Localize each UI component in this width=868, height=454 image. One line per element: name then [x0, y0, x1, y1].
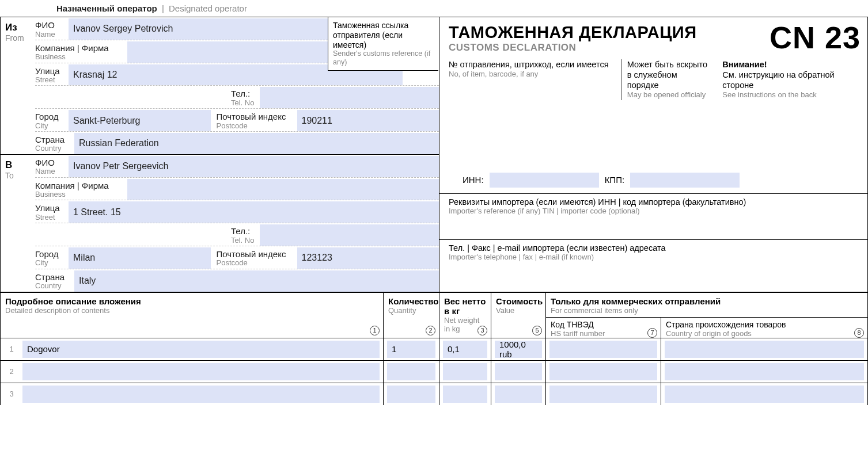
to-business-label-en: Business: [35, 190, 124, 199]
to-postcode-label-ru: Почтовый индекс: [217, 250, 294, 260]
from-country-value: Russian Federation: [74, 133, 439, 154]
to-block: В To ФИО Name Ivanov Petr Sergeevich Ком…: [1, 155, 439, 292]
may-open-en: May be opened officialy: [627, 90, 708, 100]
col-num-8: 8: [854, 328, 864, 338]
col-orig-ru: Страна происхождения товаров: [666, 320, 863, 329]
to-postcode-value: 123123: [297, 247, 439, 269]
attention-heading: Внимание!: [722, 59, 861, 70]
to-street-label-en: Street: [35, 213, 65, 222]
inn-value: [490, 173, 599, 188]
items-header-row: Подробное описание вложения Detailed des…: [1, 293, 867, 338]
row-value-value: [495, 386, 542, 403]
col-comm-ru: Только для коммерческих отправлений: [551, 296, 863, 306]
form-code: CN 23: [770, 23, 861, 52]
from-tel-value: [260, 87, 439, 108]
row-qty-value: 1: [387, 341, 435, 358]
row-desc-value: Dogovor: [22, 341, 380, 358]
col-comm-en: For commercial items only: [551, 306, 863, 315]
importer-contact-row: Тел. | Факс | e-mail импортера (если изв…: [439, 239, 867, 280]
from-postcode-label-en: Postcode: [217, 122, 294, 130]
to-tel-label-en: Tel. No: [231, 236, 256, 245]
to-city-value: Milan: [69, 247, 211, 269]
from-postcode-value: 190211: [297, 110, 439, 131]
row-origin-value: [665, 386, 864, 403]
importer-ref-row: Реквизиты импортера (если имеются) ИНН |…: [439, 193, 867, 239]
from-street-label-en: Street: [35, 76, 65, 84]
to-tel-label-ru: Тел.:: [231, 227, 256, 236]
title-en: CUSTOMS DECLARATION: [449, 42, 697, 54]
col-num-2: 2: [426, 326, 435, 335]
col-num-5: 5: [532, 326, 542, 335]
row-weight-value: [443, 386, 487, 403]
kpp-value: [630, 173, 740, 188]
from-city-label-ru: Город: [35, 112, 65, 122]
title-ru: ТАМОЖЕННАЯ ДЕКЛАРАЦИЯ: [449, 23, 697, 42]
kpp-label: КПП:: [605, 175, 624, 185]
row-qty-value: [387, 363, 435, 380]
from-name-label-ru: ФИО: [35, 21, 65, 30]
designated-operator-ru: Назначенный оператор: [56, 3, 157, 13]
to-name-label-ru: ФИО: [35, 158, 65, 168]
table-row: 2: [1, 360, 867, 383]
to-tel-value: [260, 224, 439, 246]
from-street-label-ru: Улица: [35, 67, 65, 77]
to-street-label-ru: Улица: [35, 204, 65, 213]
to-business-value: [127, 179, 439, 200]
col-wt-ru: Вес нетто в кг: [444, 296, 486, 316]
to-city-label-ru: Город: [35, 250, 65, 260]
customs-ref-box: Таможенная ссылка отправителя (если имее…: [328, 17, 438, 71]
row-desc-value: [22, 363, 380, 380]
from-tel-label-ru: Тел.:: [231, 89, 256, 99]
col-qty-en: Quantity: [388, 306, 434, 315]
col-desc-ru: Подробное описание вложения: [5, 296, 378, 306]
row-weight-value: 0,1: [443, 341, 487, 358]
col-hs-en: HS tariff number: [551, 329, 656, 338]
row-number: 1: [4, 345, 19, 353]
row-weight-value: [443, 363, 487, 380]
col-desc-en: Detailed description of contents: [5, 306, 378, 315]
item-no-label-ru: № отправления, штрихкод, если имеется: [449, 59, 613, 70]
row-desc-value: [22, 386, 380, 403]
col-num-3: 3: [477, 326, 487, 335]
row-origin-value: [665, 363, 864, 380]
to-tag: В To: [1, 155, 35, 292]
to-name-value: Ivanov Petr Sergeevich: [69, 156, 439, 177]
declaration-header: ТАМОЖЕННАЯ ДЕКЛАРАЦИЯ CUSTOMS DECLARATIO…: [439, 17, 867, 105]
row-hs-value: [549, 386, 657, 403]
from-city-label-en: City: [35, 122, 65, 130]
designated-operator-en: Designated operator: [169, 3, 247, 13]
from-tel-label-en: Tel. No: [231, 99, 256, 107]
col-num-1: 1: [370, 326, 380, 335]
row-value-value: 1000,0 rub: [495, 341, 542, 358]
to-country-value: Italy: [74, 270, 439, 292]
row-number: 3: [4, 390, 19, 398]
from-city-value: Sankt-Peterburg: [69, 110, 211, 131]
from-country-label-en: Country: [35, 144, 71, 152]
designated-operator-header: Назначенный оператор | Designated operat…: [0, 0, 868, 17]
item-no-label-en: No, of item, barcode, if any: [449, 70, 613, 79]
row-origin-value: [665, 341, 864, 358]
attention-en: See instructions on the back: [722, 90, 861, 100]
from-business-value: [127, 41, 328, 63]
from-business-label-en: Business: [35, 53, 124, 61]
to-country-label-en: Country: [35, 282, 71, 290]
inn-kpp-row: ИНН: КПП:: [439, 162, 867, 193]
col-val-en: Value: [496, 306, 541, 315]
col-hs-ru: Код ТНВЭД: [551, 320, 656, 329]
from-name-value: Ivanov Sergey Petrovich: [69, 18, 328, 40]
table-row: 1Dogovor10,11000,0 rub: [1, 338, 867, 360]
col-val-ru: Стоимость: [496, 296, 541, 306]
to-street-value: 1 Street. 15: [69, 201, 439, 223]
to-postcode-label-en: Postcode: [217, 259, 294, 267]
from-block: Из From ФИО Name Ivanov Sergey Petrovich…: [1, 17, 439, 155]
from-country-label-ru: Страна: [35, 135, 71, 145]
col-qty-ru: Количество: [388, 296, 434, 306]
col-orig-en: Country of origin of goods: [666, 329, 863, 338]
from-postcode-label-ru: Почтовый индекс: [217, 112, 294, 122]
row-hs-value: [549, 341, 657, 358]
to-name-label-en: Name: [35, 167, 65, 176]
row-hs-value: [549, 363, 657, 380]
from-tag: Из From: [1, 17, 35, 154]
col-num-7: 7: [647, 328, 657, 338]
row-qty-value: [387, 386, 435, 403]
